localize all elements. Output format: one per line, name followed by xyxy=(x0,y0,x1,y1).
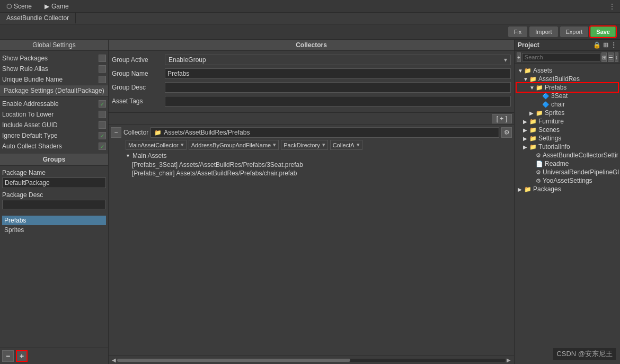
groups-header: Groups xyxy=(0,154,108,166)
tree-item-3seat[interactable]: 🔷 3Seat xyxy=(517,92,618,100)
tree-item-readme[interactable]: 📄 Readme xyxy=(517,159,618,168)
group-name-value[interactable]: Prefabs xyxy=(165,68,511,79)
project-layout-btn[interactable]: ⊞ xyxy=(601,52,607,62)
collector-settings-button[interactable]: ⚙ xyxy=(501,127,512,138)
tree-arrow-scenes[interactable]: ▶ xyxy=(523,127,529,133)
scene-tab[interactable]: ⬡ Scene xyxy=(4,3,34,10)
scroll-left-arrow[interactable]: ◀ xyxy=(111,357,117,363)
include-asset-guid-row: Include Asset GUID xyxy=(2,120,106,130)
fix-button[interactable]: Fix xyxy=(508,26,528,37)
scroll-right-arrow[interactable]: ▶ xyxy=(506,357,512,363)
tree-arrow-settings[interactable]: ▶ xyxy=(523,136,529,141)
tree-item-yooassetsettings[interactable]: ⚙ YooAssetSettings xyxy=(517,176,618,185)
collectors-header: Collectors xyxy=(109,40,514,51)
auto-collect-shaders-label: Auto Collect Shaders xyxy=(2,143,99,150)
remove-collector-button[interactable]: − xyxy=(111,127,121,138)
collector-type3-value: PackDirectory xyxy=(284,142,320,148)
scrollbar-thumb[interactable] xyxy=(117,359,350,362)
tree-item-assets[interactable]: ▼ 📁 Assets xyxy=(517,66,618,75)
package-name-label: Package Name xyxy=(2,168,106,177)
tree-arrow-tutorialinfo[interactable]: ▶ xyxy=(523,144,529,150)
group-item-prefabs[interactable]: Prefabs xyxy=(2,216,106,225)
collector-type2-value: AddressByGroupAndFileName xyxy=(191,142,271,148)
auto-collect-shaders-checkbox[interactable] xyxy=(99,143,106,150)
tree-arrow-furniture[interactable]: ▶ xyxy=(523,119,529,125)
tree-item-prefabs[interactable]: ▼ 📁 Prefabs xyxy=(517,83,618,92)
collector-type1-select[interactable]: MainAssetCollector xyxy=(126,140,187,150)
collector-type4-text: CollectA xyxy=(333,142,355,148)
collectors-fields: Group Active EnableGroup Group Name Pref… xyxy=(109,51,514,113)
add-collector-button[interactable]: [ + ] xyxy=(492,114,512,123)
remove-group-button[interactable]: − xyxy=(2,350,14,362)
group-item-sprites[interactable]: Sprites xyxy=(2,225,106,235)
location-to-lower-label: Location To Lower xyxy=(2,111,99,118)
maximize-icon[interactable]: ⊞ xyxy=(603,41,608,49)
ignore-default-type-checkbox[interactable] xyxy=(99,132,106,139)
folder-icon-assets: 📁 xyxy=(524,67,532,74)
asset-tags-value[interactable] xyxy=(165,96,511,106)
main-assets-label[interactable]: ▼ Main Assets xyxy=(126,152,512,159)
tree-item-urp[interactable]: ⚙ UniversalRenderPipelineGl xyxy=(517,168,618,176)
assetbundle-collector-tab[interactable]: AssetBundle Collector xyxy=(0,13,76,24)
tree-item-chair[interactable]: 🔷 chair xyxy=(517,100,618,109)
tree-item-tutorialinfo[interactable]: ▶ 📁 TutorialInfo xyxy=(517,143,618,151)
unique-bundle-name-checkbox[interactable] xyxy=(99,76,106,83)
tree-item-furniture[interactable]: ▶ 📁 Furniture xyxy=(517,117,618,126)
game-tab-label: Game xyxy=(51,3,69,10)
tree-item-assetbuildres[interactable]: ▼ 📁 AssetBuildRes xyxy=(517,75,618,83)
group-desc-value[interactable] xyxy=(165,82,511,93)
tree-item-settings[interactable]: ▶ 📁 Settings xyxy=(517,134,618,143)
package-desc-value[interactable] xyxy=(2,200,106,209)
asset-tags-label: Asset Tags xyxy=(112,97,165,105)
project-search-input[interactable] xyxy=(522,53,600,61)
tree-item-scenes[interactable]: ▶ 📁 Scenes xyxy=(517,126,618,134)
group-name-label: Group Name xyxy=(112,70,165,77)
tree-label-3seat: 3Seat xyxy=(551,92,568,100)
add-asset-button[interactable]: + xyxy=(517,52,521,62)
unique-bundle-name-row: Unique Bundle Name xyxy=(2,74,106,85)
collector-type2-select[interactable]: AddressByGroupAndFileName xyxy=(189,140,279,150)
tree-label-packages: Packages xyxy=(533,185,561,193)
tree-arrow-assetbuildres[interactable]: ▼ xyxy=(523,76,529,82)
tree-label-assets: Assets xyxy=(533,67,552,74)
main-toolbar: Fix Import Export Save xyxy=(0,24,620,40)
tree-item-sprites[interactable]: ▶ 📁 Sprites xyxy=(517,109,618,117)
scene-tab-label: Scene xyxy=(14,3,32,10)
group-active-dropdown[interactable]: EnableGroup xyxy=(165,55,511,65)
show-packages-checkbox[interactable] xyxy=(99,55,106,62)
game-tab[interactable]: ▶ Game xyxy=(42,3,71,10)
import-button[interactable]: Import xyxy=(529,26,557,37)
enable-addressable-checkbox[interactable] xyxy=(99,100,106,108)
project-filter-btn[interactable]: ☰ xyxy=(608,52,614,62)
lock-icon[interactable]: 🔒 xyxy=(593,41,601,49)
horizontal-scrollbar[interactable]: ◀ ▶ xyxy=(109,356,514,364)
save-button[interactable]: Save xyxy=(590,26,616,37)
dots-icon[interactable]: ⋮ xyxy=(610,41,617,49)
collector-path-value[interactable]: 📁 Assets/AssetBuildRes/Prefabs xyxy=(150,127,499,138)
collector-type3-select[interactable]: PackDirectory xyxy=(281,140,327,150)
include-asset-guid-checkbox[interactable] xyxy=(99,121,106,129)
show-rule-alias-checkbox[interactable] xyxy=(99,65,106,73)
tree-label-scenes: Scenes xyxy=(538,126,560,134)
folder-icon: 📁 xyxy=(154,129,162,136)
tree-item-packages[interactable]: ▶ 📁 Packages xyxy=(517,185,618,193)
project-sort-btn[interactable]: ↕ xyxy=(615,52,618,62)
tree-arrow-sprites[interactable]: ▶ xyxy=(529,110,536,116)
group-list: Prefabs Sprites xyxy=(0,214,108,348)
tree-label-readme: Readme xyxy=(545,160,569,167)
scrollbar-track[interactable] xyxy=(117,359,506,362)
prefab-icon-3seat: 🔷 xyxy=(542,93,550,100)
export-button[interactable]: Export xyxy=(560,26,589,37)
package-desc-label: Package Desc xyxy=(2,190,106,200)
icon-urp: ⚙ xyxy=(536,169,541,176)
icon-yoo: ⚙ xyxy=(536,177,541,184)
tree-arrow-prefabs[interactable]: ▼ xyxy=(529,85,536,91)
add-group-button[interactable]: + xyxy=(16,350,28,362)
location-to-lower-checkbox[interactable] xyxy=(99,111,106,118)
tree-arrow-packages[interactable]: ▶ xyxy=(518,187,524,192)
package-name-value[interactable]: DefaultPackage xyxy=(2,177,106,188)
tree-arrow-assets[interactable]: ▼ xyxy=(518,68,524,74)
show-packages-row: Show Packages xyxy=(2,53,106,64)
dots-menu-btn[interactable]: ⋮ xyxy=(609,3,616,10)
tree-item-assetbundlecollectorsettir[interactable]: ⚙ AssetBundleCollectorSettir xyxy=(517,151,618,159)
